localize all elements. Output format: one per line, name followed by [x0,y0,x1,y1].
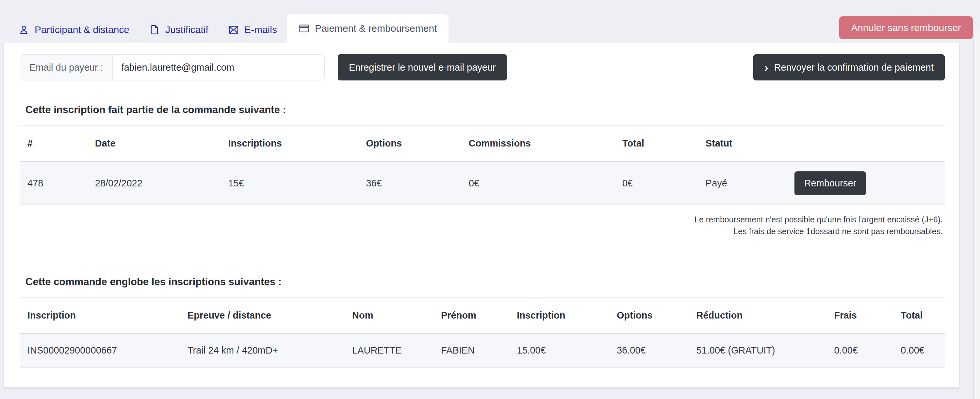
column-header: Total [893,297,945,334]
refund-note-line: Le remboursement n'est possible qu'une f… [20,214,943,225]
column-header: Commissions [461,125,614,161]
tab-emails[interactable]: E-mails [218,18,287,43]
envelope-icon [228,24,239,35]
inscriptions-section-title: Cette commande englobe les inscriptions … [25,276,945,288]
order-table-row: 478 28/02/2022 15€ 36€ 0€ 0€ Payé Rembou… [20,161,945,205]
payment-tab-panel: Email du payeur : Enregistrer le nouvel … [3,43,960,388]
order-table: # Date Inscriptions Options Commissions … [20,125,945,205]
order-number-cell: 478 [20,161,87,205]
document-icon [149,24,160,35]
column-header: Nom [344,297,433,334]
resend-payment-confirmation-button[interactable]: › Renvoyer la confirmation de paiement [753,54,945,80]
tab-justificatif[interactable]: Justificatif [139,18,218,43]
order-section-title: Cette inscription fait partie de la comm… [25,104,945,116]
order-inscriptions-cell: 15€ [221,161,358,205]
column-header: Total [614,125,698,161]
column-header: Date [87,125,221,161]
cancel-without-refund-button[interactable]: Annuler sans rembourser [839,16,973,39]
order-table-header-row: # Date Inscriptions Options Commissions … [20,125,945,161]
chevron-right-icon: › [764,62,768,73]
column-header: Prénom [433,297,509,334]
inscription-amount-cell: 15.00€ [509,334,609,368]
column-header: Inscription [509,297,609,334]
tab-participant-distance[interactable]: Participant & distance [8,18,139,43]
credit-card-icon [299,23,310,34]
column-header: Epreuve / distance [180,297,344,334]
order-options-cell: 36€ [358,161,461,205]
tab-label: E-mails [244,24,277,35]
inscriptions-table-header-row: Inscription Epreuve / distance Nom Préno… [20,297,945,334]
inscription-id-cell: INS00002900000667 [20,334,180,368]
inscriptions-table: Inscription Epreuve / distance Nom Préno… [20,297,945,368]
top-tab-bar: Participant & distance Justificatif E-ma… [0,0,980,43]
tab-label: Paiement & remboursement [315,23,437,34]
refund-note-line: Les frais de service 1dossard ne sont pa… [20,225,943,237]
tab-label: Participant & distance [35,24,129,35]
column-header: # [20,125,87,161]
order-commissions-cell: 0€ [461,161,614,205]
inscription-reduction-cell: 51.00€ (GRATUIT) [689,334,826,368]
refund-button[interactable]: Rembourser [794,171,866,195]
order-total-cell: 0€ [614,161,698,205]
order-status-cell: Payé [698,161,787,205]
column-header [787,125,945,161]
scrollbar-track[interactable] [974,28,980,399]
column-header: Statut [698,125,787,161]
column-header: Options [609,297,689,334]
person-icon [18,24,29,35]
order-action-cell: Rembourser [787,161,945,205]
inscription-lastname-cell: LAURETTE [344,334,433,368]
tab-list: Participant & distance Justificatif E-ma… [8,14,449,43]
resend-button-label: Renvoyer la confirmation de paiement [774,62,934,73]
payer-email-label: Email du payeur : [20,55,113,80]
column-header: Inscriptions [221,125,358,161]
inscription-total-cell: 0.00€ [893,334,945,368]
tab-label: Justificatif [165,24,208,35]
save-payer-email-button[interactable]: Enregistrer le nouvel e-mail payeur [338,54,507,80]
payer-email-row: Email du payeur : Enregistrer le nouvel … [20,54,945,80]
column-header: Inscription [20,297,180,334]
tab-paiement-remboursement[interactable]: Paiement & remboursement [287,14,449,43]
column-header: Frais [826,297,893,334]
column-header: Réduction [689,297,826,334]
inscription-row: INS00002900000667 Trail 24 km / 420mD+ L… [20,334,945,368]
payer-email-input-group: Email du payeur : [20,54,325,80]
inscription-options-cell: 36.00€ [609,334,689,368]
column-header: Options [358,125,461,161]
inscription-firstname-cell: FABIEN [433,334,509,368]
refund-notes: Le remboursement n'est possible qu'une f… [20,214,945,238]
order-date-cell: 28/02/2022 [87,161,221,205]
inscription-fees-cell: 0.00€ [826,334,893,368]
inscription-event-cell: Trail 24 km / 420mD+ [180,334,344,368]
payer-email-input[interactable] [113,55,324,80]
